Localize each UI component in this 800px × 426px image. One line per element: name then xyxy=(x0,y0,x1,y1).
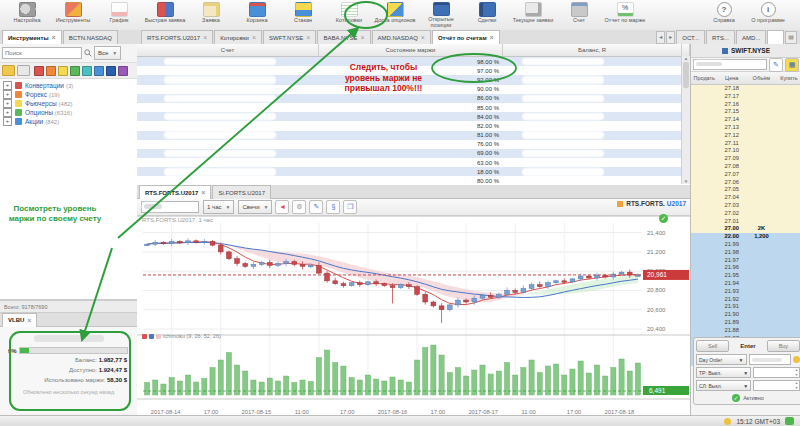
toolbar-trades-button[interactable]: Сделки xyxy=(464,0,510,29)
sidebar-tab-1[interactable]: BCTN.NASDAQ xyxy=(63,30,118,44)
sell-button[interactable]: Sell xyxy=(696,340,729,352)
bid-row[interactable]: 21.88 xyxy=(691,327,800,335)
tree-item-3[interactable]: +Опционы(6316) xyxy=(0,108,137,117)
color-filter-6[interactable] xyxy=(106,66,116,76)
toolbar-options-board-button[interactable]: Доска опционов xyxy=(372,0,418,29)
close-icon[interactable]: × xyxy=(201,189,205,196)
tabs-scroll-right-icon[interactable]: ▸ xyxy=(666,31,675,44)
color-filter-3[interactable] xyxy=(70,66,80,76)
ask-row[interactable]: 27.08 xyxy=(691,163,800,171)
toolbar-quotes-button[interactable]: Котировки xyxy=(326,0,372,29)
order-book-column-2[interactable]: Объём xyxy=(746,72,777,84)
table-row[interactable]: 98.00 % xyxy=(137,57,690,66)
timeframe-dropdown[interactable]: 1 час ▼ xyxy=(203,200,234,214)
table-row[interactable]: 82.00 % xyxy=(137,121,690,130)
toolbar-dom-button[interactable]: Стакан xyxy=(280,0,326,29)
toolbar-open-positions-button[interactable]: Открытые позиции xyxy=(418,0,464,29)
table-row[interactable]: 80.00 % xyxy=(137,176,690,185)
workspace-tab-2[interactable]: SWFT.NYSE× xyxy=(263,30,316,44)
link-tool-icon[interactable]: § xyxy=(326,200,340,214)
ask-row[interactable]: 27.03 xyxy=(691,202,800,210)
take-profit-input[interactable]: ▴▾ xyxy=(753,367,800,378)
bid-row[interactable]: 21.89 xyxy=(691,319,800,327)
edit-icon[interactable]: ✎ xyxy=(769,58,783,72)
expand-icon[interactable]: + xyxy=(3,81,12,90)
ask-row[interactable]: 27.02 xyxy=(691,210,800,218)
color-filter-2[interactable] xyxy=(58,66,68,76)
bid-row[interactable]: 21.99 xyxy=(691,241,800,249)
tabs-scroll-left-icon[interactable]: ◂ xyxy=(656,31,665,44)
toolbar-settings-button[interactable]: Настройка xyxy=(4,0,50,29)
table-row[interactable]: 90.00 % xyxy=(137,85,690,94)
ask-row[interactable]: 27.09 xyxy=(691,155,800,163)
close-icon[interactable]: × xyxy=(27,317,31,324)
ask-row[interactable]: 27.13 xyxy=(691,124,800,132)
toolbar-account-button[interactable]: Счет xyxy=(556,0,602,29)
workspace-tab-5[interactable]: Отчёт по счетам× xyxy=(432,30,500,44)
right-tab-3[interactable] xyxy=(767,30,784,44)
symbol-input[interactable] xyxy=(141,201,199,213)
bid-row[interactable]: 21.95 xyxy=(691,272,800,280)
close-icon[interactable]: × xyxy=(252,34,256,41)
order-book-column-3[interactable]: Купить xyxy=(777,72,800,84)
right-tab-2[interactable]: AMD... xyxy=(736,30,766,44)
color-filter-7[interactable] xyxy=(118,66,128,76)
toolbar-order-button[interactable]: Заявка xyxy=(188,0,234,29)
bid-row[interactable]: 21.90 xyxy=(691,311,800,319)
search-input[interactable] xyxy=(2,47,82,59)
ask-row[interactable]: 27.18 xyxy=(691,85,800,93)
ask-row[interactable]: 27.16 xyxy=(691,101,800,109)
buy-button[interactable]: Buy xyxy=(767,340,800,352)
table-row[interactable]: 86.00 % xyxy=(137,94,690,103)
table-row[interactable]: 63.00 % xyxy=(137,158,690,167)
table-row[interactable]: 76.00 % xyxy=(137,140,690,149)
color-filter-4[interactable] xyxy=(82,66,92,76)
close-icon[interactable]: × xyxy=(52,34,56,41)
expand-icon[interactable]: + xyxy=(3,108,12,117)
toolbar-help-button[interactable]: ?Справка xyxy=(702,0,746,24)
right-tab-0[interactable]: ОСТ... xyxy=(676,30,705,44)
column-margin-state[interactable]: Состояние маржи xyxy=(319,44,503,56)
bid-row[interactable]: 21.97 xyxy=(691,257,800,265)
table-row[interactable]: 69.00 % xyxy=(137,149,690,158)
chart-tab-0[interactable]: RTS.FORTS.U2017× xyxy=(139,185,211,199)
ask-row[interactable]: 27.12 xyxy=(691,132,800,140)
filter-dropdown[interactable]: Все ▼ xyxy=(94,46,121,60)
color-filter-0[interactable] xyxy=(34,66,44,76)
color-filter-1[interactable] xyxy=(46,66,56,76)
support-phone-icon[interactable] xyxy=(785,417,794,425)
chart-tab-1[interactable]: Si.FORTS.U2017 xyxy=(212,185,271,199)
ask-row[interactable]: 27.14 xyxy=(691,116,800,124)
toolbar-about-button[interactable]: iО программе xyxy=(746,0,790,24)
close-icon[interactable]: × xyxy=(421,34,425,41)
close-icon[interactable]: × xyxy=(360,34,364,41)
table-scrollbar[interactable]: ▲▼ xyxy=(681,56,690,184)
toolbar-quick-order-button[interactable]: Быстрая заявка xyxy=(142,0,188,29)
expand-icon[interactable]: ❐ xyxy=(343,200,357,214)
order-book-column-1[interactable]: Цена xyxy=(717,72,746,84)
bid-row[interactable]: 22.001,200 xyxy=(691,233,800,241)
color-filter-5[interactable] xyxy=(94,66,104,76)
table-row[interactable]: 81.00 % xyxy=(137,131,690,140)
table-row[interactable]: 92.00 % xyxy=(137,75,690,84)
ask-row[interactable]: 27.15 xyxy=(691,108,800,116)
dom-settings-icon[interactable]: ▦ xyxy=(785,58,799,72)
ask-row[interactable]: 27.11 xyxy=(691,140,800,148)
bid-row[interactable]: 21.93 xyxy=(691,288,800,296)
folder-icon[interactable] xyxy=(2,65,15,76)
workspace-tab-1[interactable]: Котировки× xyxy=(214,30,262,44)
price-chart[interactable]: 21,40021,20021,00020,80020,60020,40020,9… xyxy=(137,216,690,418)
tree-item-0[interactable]: +Конвертации(3) xyxy=(0,81,137,90)
toolbar-basket-button[interactable]: Корзина xyxy=(234,0,280,29)
stop-loss-input[interactable]: ▴▾ xyxy=(753,380,800,391)
close-icon[interactable]: × xyxy=(306,34,310,41)
workspace-tab-3[interactable]: BABA.NYSE× xyxy=(317,30,370,44)
ask-row[interactable]: 27.05 xyxy=(691,186,800,194)
expand-icon[interactable]: + xyxy=(3,117,12,126)
bid-row[interactable]: 21.96 xyxy=(691,264,800,272)
bid-row[interactable]: 21.92 xyxy=(691,296,800,304)
table-row[interactable]: 85.00 % xyxy=(137,103,690,112)
toolbar-margin-report-button[interactable]: Отчет по марже xyxy=(602,0,648,29)
column-account[interactable]: Счет xyxy=(137,44,319,56)
stop-loss-dropdown[interactable]: СЛ: Выкл.▼ xyxy=(696,380,751,391)
